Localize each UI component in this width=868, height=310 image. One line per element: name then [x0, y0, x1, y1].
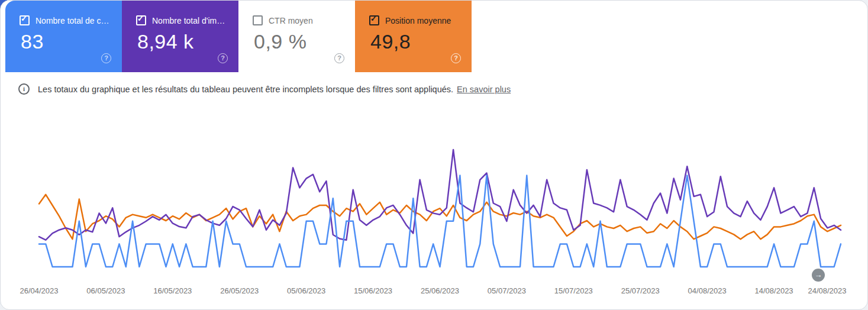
clicks-line [39, 176, 841, 267]
x-axis-label: 26/04/2023 [20, 286, 58, 295]
x-axis-label: 14/08/2023 [755, 286, 793, 295]
x-axis-label: 26/05/2023 [220, 286, 259, 295]
x-axis-label: 15/06/2023 [354, 286, 392, 295]
x-axis-label: 24/08/2023 [808, 286, 846, 295]
x-axis-label: 25/07/2023 [621, 286, 660, 295]
x-axis-label: 15/07/2023 [554, 286, 593, 295]
impressions-line [39, 150, 841, 240]
x-axis-label: 04/08/2023 [688, 286, 727, 295]
x-axis-label: 25/06/2023 [421, 286, 459, 295]
position-line [39, 195, 841, 239]
x-axis-label: 06/05/2023 [86, 286, 125, 295]
performance-line-chart [1, 1, 868, 310]
x-axis-label: 05/07/2023 [488, 286, 526, 295]
search-console-performance-page: ✓ Nombre total de c… 83 ? ✓ Nombre total… [0, 0, 868, 310]
next-page-button[interactable]: → [812, 269, 825, 282]
performance-panel: ✓ Nombre total de c… 83 ? ✓ Nombre total… [0, 0, 868, 310]
x-axis-label: 05/06/2023 [287, 286, 325, 295]
x-axis-label: 16/05/2023 [153, 286, 192, 295]
